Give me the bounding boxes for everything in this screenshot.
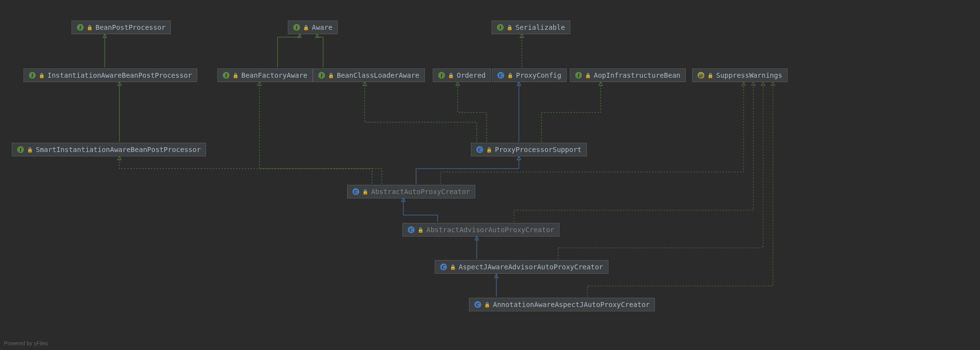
interface-icon: I xyxy=(17,146,24,153)
class-icon: C xyxy=(476,146,483,153)
node-label: AbstractAdvisorAutoProxyCreator xyxy=(426,226,554,234)
interface-icon: I xyxy=(77,24,84,31)
abstract-class-icon: C xyxy=(408,226,415,233)
lock-icon: 🔒 xyxy=(328,73,334,78)
lock-icon: 🔒 xyxy=(233,73,238,78)
node-label: Serializable xyxy=(515,23,565,31)
node-label: SmartInstantiationAwareBeanPostProcessor xyxy=(36,146,201,153)
node-proxyprocessorsupport[interactable]: C 🔒 ProxyProcessorSupport xyxy=(471,143,587,156)
class-icon: C xyxy=(474,301,481,308)
node-label: AnnotationAwareAspectJAutoProxyCreator xyxy=(493,301,650,308)
node-label: ProxyProcessorSupport xyxy=(495,146,582,153)
node-label: ProxyConfig xyxy=(516,71,561,79)
node-serializable[interactable]: I 🔒 Serializable xyxy=(491,21,570,34)
lock-icon: 🔒 xyxy=(486,147,492,153)
interface-icon: I xyxy=(29,72,36,79)
node-label: BeanFactoryAware xyxy=(241,71,307,79)
node-aspectjaware[interactable]: C 🔒 AspectJAwareAdvisorAutoProxyCreator xyxy=(435,260,608,274)
lock-icon: 🔒 xyxy=(585,73,591,78)
node-smartinstantiation[interactable]: I 🔒 SmartInstantiationAwareBeanPostProce… xyxy=(12,143,206,156)
abstract-class-icon: C xyxy=(352,188,359,195)
interface-icon: I xyxy=(438,72,445,79)
lock-icon: 🔒 xyxy=(707,73,713,78)
node-proxyconfig[interactable]: C 🔒 ProxyConfig xyxy=(492,68,567,82)
lock-icon: 🔒 xyxy=(418,227,423,233)
lock-icon: 🔒 xyxy=(507,73,513,78)
node-abstractadvisor[interactable]: C 🔒 AbstractAdvisorAutoProxyCreator xyxy=(402,223,560,237)
interface-icon: I xyxy=(293,24,300,31)
node-label: BeanClassLoaderAware xyxy=(337,71,420,79)
node-label: AbstractAutoProxyCreator xyxy=(371,188,470,196)
lock-icon: 🔒 xyxy=(448,73,454,78)
interface-icon: I xyxy=(497,24,504,31)
node-beanclassloaderaware[interactable]: I 🔒 BeanClassLoaderAware xyxy=(313,68,425,82)
node-label: Aware xyxy=(312,23,332,31)
lock-icon: 🔒 xyxy=(303,25,309,30)
node-abstractautoproxy[interactable]: C 🔒 AbstractAutoProxyCreator xyxy=(347,185,475,198)
node-aware[interactable]: I 🔒 Aware xyxy=(288,21,338,34)
lock-icon: 🔒 xyxy=(87,25,93,30)
node-suppresswarnings[interactable]: @ 🔒 SuppressWarnings xyxy=(692,68,788,82)
node-label: Ordered xyxy=(457,71,486,79)
lock-icon: 🔒 xyxy=(27,147,33,153)
node-label: AopInfrastructureBean xyxy=(594,71,680,79)
node-label: BeanPostProcessor xyxy=(95,23,165,31)
lock-icon: 🔒 xyxy=(362,189,368,195)
node-beanpostprocessor[interactable]: I 🔒 BeanPostProcessor xyxy=(71,21,171,34)
annotation-icon: @ xyxy=(698,72,704,79)
node-beanfactoryaware[interactable]: I 🔒 BeanFactoryAware xyxy=(217,68,313,82)
lock-icon: 🔒 xyxy=(450,264,456,270)
lock-icon: 🔒 xyxy=(507,25,513,30)
node-aopinfrabean[interactable]: I 🔒 AopInfrastructureBean xyxy=(570,68,686,82)
watermark-text: Powered by yFiles xyxy=(4,340,48,346)
interface-icon: I xyxy=(318,72,325,79)
lock-icon: 🔒 xyxy=(484,302,490,307)
class-icon: C xyxy=(497,72,504,79)
lock-icon: 🔒 xyxy=(39,73,45,78)
interface-icon: I xyxy=(575,72,582,79)
node-label: SuppressWarnings xyxy=(716,71,782,79)
node-annotationaware[interactable]: C 🔒 AnnotationAwareAspectJAutoProxyCreat… xyxy=(469,298,655,311)
interface-icon: I xyxy=(223,72,230,79)
node-label: AspectJAwareAdvisorAutoProxyCreator xyxy=(459,263,603,271)
class-icon: C xyxy=(440,263,447,270)
node-ordered[interactable]: I 🔒 Ordered xyxy=(433,68,491,82)
node-label: InstantiationAwareBeanPostProcessor xyxy=(47,71,192,79)
node-instantiationaware[interactable]: I 🔒 InstantiationAwareBeanPostProcessor xyxy=(23,68,197,82)
